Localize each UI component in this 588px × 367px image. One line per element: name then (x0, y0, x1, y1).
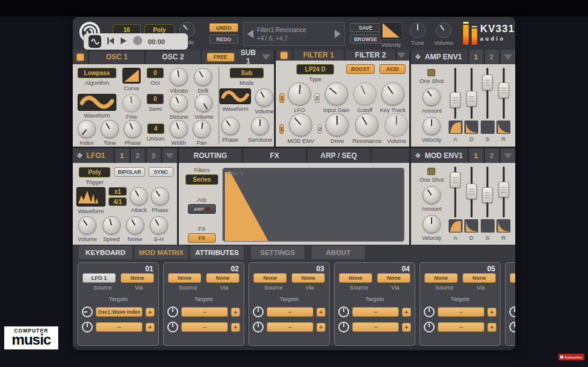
mod-r-slider[interactable] (498, 167, 510, 217)
osc-enable-toggle[interactable] (76, 53, 84, 61)
lfo-phase-knob[interactable] (151, 187, 169, 205)
boost-button[interactable]: BOOST (346, 64, 375, 74)
browse-button[interactable]: BROWSE (350, 35, 381, 44)
sub-phase-knob[interactable] (221, 117, 239, 135)
oct-box[interactable]: 0 (147, 68, 164, 78)
mod-amount-knob-icon[interactable] (338, 306, 349, 317)
add-target-button[interactable]: + (316, 323, 326, 332)
osc1-phase-knob[interactable] (124, 120, 142, 138)
mod-target-field[interactable]: -- (96, 322, 142, 332)
lfo-mult-box[interactable]: x1 (109, 187, 127, 196)
mod-a-slider[interactable] (449, 167, 461, 217)
lfo-tab-2[interactable]: 2 (130, 148, 144, 163)
amp-env-tab-1[interactable]: 1 (468, 50, 483, 64)
add-target-button[interactable]: + (231, 323, 240, 332)
tab-settings[interactable]: SETTINGS (251, 246, 304, 259)
lfo-diamond-icon[interactable]: ❖ (76, 151, 83, 160)
add-target-button[interactable]: + (231, 308, 240, 317)
amp-velocity-knob[interactable] (423, 117, 441, 135)
width-knob[interactable] (170, 120, 188, 138)
fx-button[interactable]: FX (188, 233, 216, 243)
mod-source-button[interactable]: None (339, 273, 372, 283)
lfo-tab-1[interactable]: 1 (114, 148, 129, 163)
amp-d-curve[interactable] (464, 121, 478, 134)
save-button[interactable]: SAVE (350, 23, 381, 32)
lfo-noise-knob[interactable] (126, 216, 144, 234)
sub-semitone-knob[interactable] (251, 117, 269, 135)
mod-s-slider[interactable] (481, 167, 493, 217)
mod-amount-knob-icon[interactable] (338, 322, 349, 332)
drive-knob[interactable] (326, 113, 349, 136)
mod-target-field[interactable]: -- (438, 307, 484, 317)
mod-one-shot-checkbox[interactable] (427, 168, 435, 175)
tab-about[interactable]: ABOUT (312, 246, 365, 259)
skip-back-button[interactable] (107, 36, 115, 47)
detune-knob[interactable] (170, 94, 188, 112)
osc1-volume-knob[interactable] (195, 94, 213, 112)
trigger-box[interactable]: Poly (79, 167, 110, 177)
mod-target-field[interactable]: -- (352, 307, 399, 317)
mod-via-button[interactable]: None (377, 273, 410, 283)
amp-a-curve[interactable] (449, 121, 463, 134)
mod-amount-knob-icon[interactable] (509, 322, 515, 332)
mod-target-field[interactable]: -- (267, 307, 313, 317)
vibrato-knob[interactable] (170, 68, 188, 86)
lfo-attack-knob[interactable] (130, 187, 148, 205)
filter-enable-toggle[interactable] (280, 51, 288, 59)
amp-d-slider[interactable] (466, 68, 478, 119)
amp-one-shot-checkbox[interactable] (427, 69, 435, 76)
mod-target-field[interactable]: -- (352, 322, 399, 332)
resonance-knob[interactable] (355, 113, 378, 136)
tab-fx[interactable]: FX (243, 148, 306, 163)
mod-via-button[interactable]: None (463, 273, 496, 283)
mod-diamond-icon[interactable]: ❖ (415, 53, 421, 61)
fine-knob[interactable] (122, 94, 141, 112)
mod-via-button[interactable]: None (121, 273, 154, 283)
algorithm-box[interactable]: Lowpass (78, 68, 116, 78)
mod-via-button[interactable]: None (292, 273, 325, 283)
mod-d-slider[interactable] (466, 167, 478, 217)
filter-modenv-knob[interactable] (289, 113, 312, 136)
filter-dropdown-icon[interactable] (397, 53, 406, 58)
tab-osc2[interactable]: OSC 2 (145, 50, 201, 64)
play-button[interactable] (120, 36, 127, 47)
velocity-curve[interactable] (379, 22, 403, 40)
filter-lfo1-button[interactable]: 1 (279, 93, 284, 103)
mod-amount-knob-icon[interactable] (253, 306, 264, 317)
tab-arp-seq[interactable]: ARP / SEQ (307, 148, 370, 163)
mod-amount-knob[interactable] (423, 186, 441, 204)
mod-source-button[interactable]: None (168, 273, 201, 283)
sub-waveform-display[interactable] (219, 88, 251, 104)
lfo-volume-knob[interactable] (78, 216, 96, 234)
tab-sub1[interactable]: SUB 1 (241, 48, 256, 65)
pan-knob[interactable] (193, 120, 211, 138)
filter-modenv2-button[interactable]: 2 (318, 124, 322, 134)
amp-a-slider[interactable] (449, 68, 461, 119)
arp-button[interactable]: ARP (188, 204, 216, 214)
mod-a-curve[interactable] (449, 219, 463, 233)
add-target-button[interactable]: + (316, 308, 326, 317)
semi-box[interactable]: 0 (147, 94, 164, 104)
key-track-knob[interactable] (381, 82, 404, 105)
filters-series-box[interactable]: Series (185, 174, 218, 185)
mod-amount-knob-icon[interactable] (424, 322, 435, 332)
drift-knob[interactable] (194, 68, 212, 86)
filter-modenv1-button[interactable]: 1 (279, 124, 284, 134)
lfo-sh-knob[interactable] (150, 216, 168, 234)
undo-button[interactable]: UNDO (209, 23, 238, 32)
mod-amount-knob-icon[interactable] (82, 306, 93, 317)
mod-via-button[interactable]: None (206, 273, 239, 283)
add-target-button[interactable]: + (487, 308, 496, 317)
tune-knob[interactable] (410, 22, 426, 38)
mod-source-button[interactable]: None (253, 273, 287, 283)
cutoff-knob[interactable] (353, 82, 376, 105)
mod-amount-knob-icon[interactable] (509, 306, 515, 317)
mod-velocity-knob[interactable] (423, 215, 441, 233)
free-button[interactable]: FREE (207, 53, 235, 62)
mod-target-field[interactable]: -- (267, 322, 313, 332)
add-target-button[interactable]: + (145, 308, 155, 317)
mod-amount-knob-icon[interactable] (167, 306, 178, 317)
mod-env-tab-1[interactable]: 1 (468, 148, 483, 163)
prev-param-icon[interactable] (247, 30, 253, 38)
mod-target-field[interactable]: -- (438, 322, 484, 332)
